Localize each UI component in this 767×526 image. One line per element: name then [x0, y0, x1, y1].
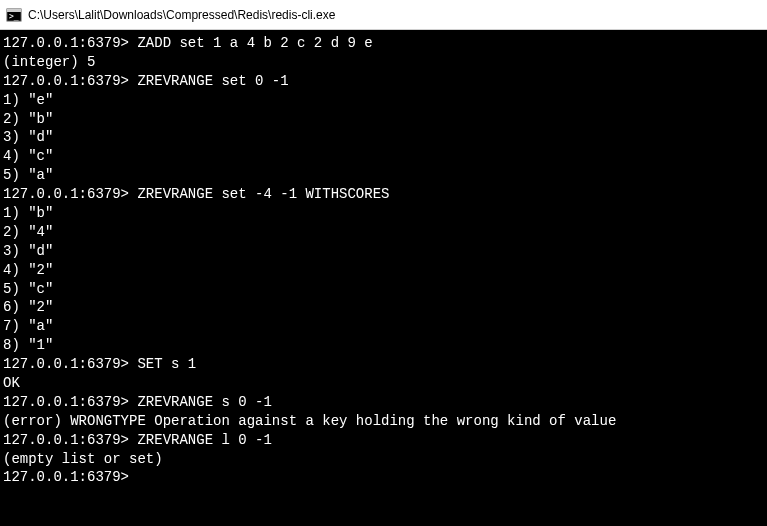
command-line: 127.0.0.1:6379> SET s 1 — [3, 355, 764, 374]
output-line: 3) "d" — [3, 128, 764, 147]
terminal-icon: >_ — [6, 7, 22, 23]
command-line: 127.0.0.1:6379> ZREVRANGE l 0 -1 — [3, 431, 764, 450]
command-line: 127.0.0.1:6379> ZREVRANGE set 0 -1 — [3, 72, 764, 91]
terminal-output[interactable]: 127.0.0.1:6379> ZADD set 1 a 4 b 2 c 2 d… — [0, 30, 767, 526]
command-line: 127.0.0.1:6379> — [3, 468, 764, 487]
svg-text:>_: >_ — [9, 12, 19, 21]
window-title: C:\Users\Lalit\Downloads\Compressed\Redi… — [28, 8, 335, 22]
output-line: 5) "a" — [3, 166, 764, 185]
output-line: OK — [3, 374, 764, 393]
output-line: (integer) 5 — [3, 53, 764, 72]
output-line: 4) "2" — [3, 261, 764, 280]
output-line: 2) "4" — [3, 223, 764, 242]
output-line: 3) "d" — [3, 242, 764, 261]
output-line: 7) "a" — [3, 317, 764, 336]
output-line: 6) "2" — [3, 298, 764, 317]
output-line: 1) "e" — [3, 91, 764, 110]
command-line: 127.0.0.1:6379> ZREVRANGE s 0 -1 — [3, 393, 764, 412]
command-line: 127.0.0.1:6379> ZREVRANGE set -4 -1 WITH… — [3, 185, 764, 204]
command-line: 127.0.0.1:6379> ZADD set 1 a 4 b 2 c 2 d… — [3, 34, 764, 53]
window-titlebar: >_ C:\Users\Lalit\Downloads\Compressed\R… — [0, 0, 767, 30]
output-line: 5) "c" — [3, 280, 764, 299]
output-line: (empty list or set) — [3, 450, 764, 469]
output-line: 8) "1" — [3, 336, 764, 355]
output-line: 1) "b" — [3, 204, 764, 223]
output-line: (error) WRONGTYPE Operation against a ke… — [3, 412, 764, 431]
output-line: 2) "b" — [3, 110, 764, 129]
output-line: 4) "c" — [3, 147, 764, 166]
